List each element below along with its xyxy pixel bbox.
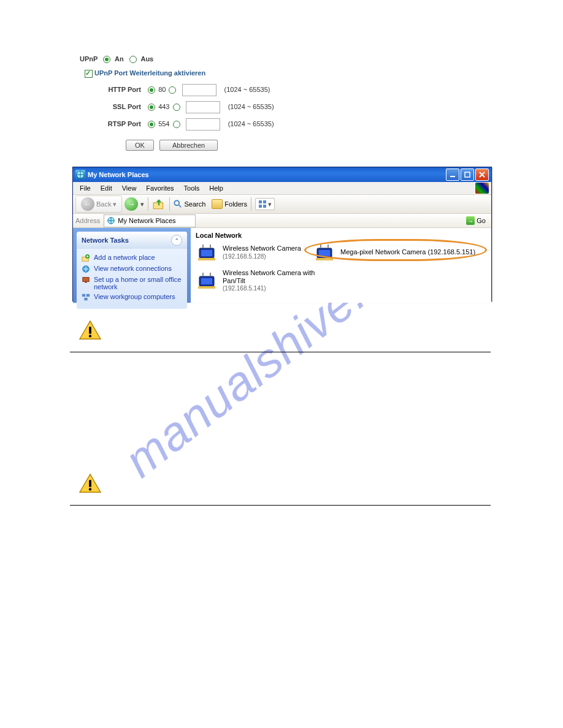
svg-rect-3 (154, 203, 163, 209)
main-content: Local Network Wireless Network Camera (1… (191, 228, 491, 303)
task-setup-network[interactable]: Set up a home or small office network (82, 276, 182, 290)
add-place-icon (82, 254, 90, 262)
svg-rect-23 (198, 258, 215, 260)
address-input[interactable]: My Network Places (104, 214, 196, 227)
camera-icon (196, 271, 218, 290)
forward-dropdown-icon[interactable]: ▾ (140, 200, 144, 208)
folder-icon (212, 199, 223, 209)
http-port-radio-custom[interactable] (169, 86, 176, 94)
http-port-default-value: 80 (158, 86, 166, 93)
explorer-window: My Network Places File Edit View Favorit… (72, 167, 492, 301)
views-button[interactable]: ▾ (255, 198, 275, 210)
ssl-port-radio-custom[interactable] (173, 104, 180, 111)
svg-rect-16 (82, 294, 85, 297)
back-button[interactable]: ← Back ▾ (75, 195, 122, 213)
window-body: Network Tasks ⌃ Add a network place View… (73, 228, 491, 303)
network-tasks-panel: Network Tasks ⌃ Add a network place View… (77, 232, 187, 309)
back-arrow-icon: ← (81, 197, 94, 211)
views-dropdown-icon: ▾ (268, 200, 272, 208)
ssl-port-radio-default[interactable] (148, 104, 155, 111)
svg-rect-7 (263, 200, 266, 203)
forward-arrow-icon: → (128, 200, 135, 208)
ssl-port-custom-input[interactable] (186, 101, 220, 113)
svg-rect-36 (89, 480, 91, 487)
address-label: Address (75, 217, 100, 224)
ssl-port-range: (1024 ~ 65535) (228, 103, 274, 110)
svg-rect-33 (198, 286, 215, 289)
toolbar-separator-2 (169, 197, 170, 211)
http-port-custom-input[interactable] (182, 84, 216, 96)
device-ip: (192.168.5.128) (223, 253, 301, 260)
rtsp-port-radio-default[interactable] (148, 121, 155, 128)
svg-line-5 (179, 205, 182, 208)
svg-rect-18 (84, 298, 87, 300)
menu-help[interactable]: Help (205, 183, 228, 193)
ssl-port-default-value: 443 (158, 103, 169, 110)
task-view-workgroup[interactable]: View workgroup computers (82, 293, 182, 301)
address-value: My Network Places (118, 217, 175, 224)
menu-favorites[interactable]: Favorites (142, 183, 178, 193)
go-label: Go (477, 217, 486, 224)
svg-point-35 (89, 335, 91, 337)
back-label: Back (96, 200, 111, 208)
collapse-icon[interactable]: ⌃ (171, 235, 182, 246)
rtsp-port-radio-custom[interactable] (173, 121, 180, 128)
toolbar-separator (148, 197, 148, 211)
address-bar: Address My Network Places → Go (73, 214, 491, 228)
upnp-label: UPnP (80, 55, 98, 63)
upnp-radio-off[interactable] (129, 56, 137, 63)
cancel-button[interactable]: Abbrechen (159, 140, 218, 151)
svg-rect-14 (83, 278, 90, 282)
task-list: Add a network place View network connect… (77, 249, 187, 309)
window-title: My Network Places (88, 171, 149, 178)
setup-network-icon (82, 276, 90, 284)
device-name: Wireless Network Camera (223, 245, 301, 252)
svg-rect-34 (89, 327, 91, 333)
search-button[interactable]: Search (174, 200, 205, 208)
upnp-main-row: UPnP An Aus (80, 55, 386, 63)
camera-icon (196, 243, 218, 262)
port-row-rtsp: RTSP Port 554 (1024 ~ 65535) (95, 118, 386, 131)
upnp-port-forward-checkbox[interactable] (85, 70, 93, 78)
upnp-form: UPnP An Aus UPnP Port Weiterleitung akti… (80, 55, 386, 151)
menu-edit[interactable]: Edit (96, 183, 117, 193)
workgroup-icon (82, 293, 90, 301)
menu-file[interactable]: File (75, 183, 95, 193)
rtsp-port-custom-input[interactable] (186, 118, 220, 131)
menu-view[interactable]: View (118, 183, 141, 193)
go-arrow-icon: → (466, 216, 475, 225)
svg-rect-20 (201, 250, 212, 256)
menu-tools[interactable]: Tools (180, 183, 204, 193)
network-device-1[interactable]: Wireless Network Camera (192.168.5.128) (196, 243, 301, 262)
http-port-label: HTTP Port (95, 86, 141, 93)
up-button[interactable] (152, 197, 166, 211)
rtsp-port-label: RTSP Port (95, 120, 141, 127)
upnp-off-label: Aus (140, 55, 153, 63)
task-label: View network connections (94, 265, 172, 272)
window-titlebar[interactable]: My Network Places (73, 167, 491, 182)
upnp-radio-on[interactable] (103, 56, 110, 63)
close-button[interactable] (475, 169, 489, 181)
divider-line (70, 352, 491, 352)
rtsp-port-default-value: 554 (158, 120, 169, 127)
go-button[interactable]: → Go (463, 216, 489, 226)
folders-button[interactable]: Folders (212, 199, 247, 209)
up-folder-icon (152, 197, 166, 211)
minimize-button[interactable] (446, 169, 459, 181)
rtsp-port-range: (1024 ~ 65535) (228, 120, 274, 127)
task-add-network-place[interactable]: Add a network place (82, 254, 182, 262)
toolbar: ← Back ▾ → ▾ Search Folders ▾ (73, 195, 491, 214)
search-label: Search (184, 200, 205, 208)
device-ip: (192.168.5.141) (223, 285, 327, 292)
search-icon (174, 200, 182, 208)
forward-button[interactable]: → (124, 197, 138, 211)
network-tasks-header[interactable]: Network Tasks ⌃ (77, 232, 187, 249)
maximize-button[interactable] (461, 169, 474, 181)
windows-flag-icon (475, 183, 489, 194)
http-port-radio-default[interactable] (148, 86, 155, 94)
task-view-connections[interactable]: View network connections (82, 265, 182, 273)
device-name: Wireless Network Camera with Pan/Tilt (223, 269, 327, 285)
network-device-3[interactable]: Wireless Network Camera with Pan/Tilt (1… (196, 269, 327, 292)
ok-button[interactable]: OK (126, 140, 154, 151)
upnp-port-forward-label: UPnP Port Weiterleitung aktivieren (94, 69, 205, 77)
